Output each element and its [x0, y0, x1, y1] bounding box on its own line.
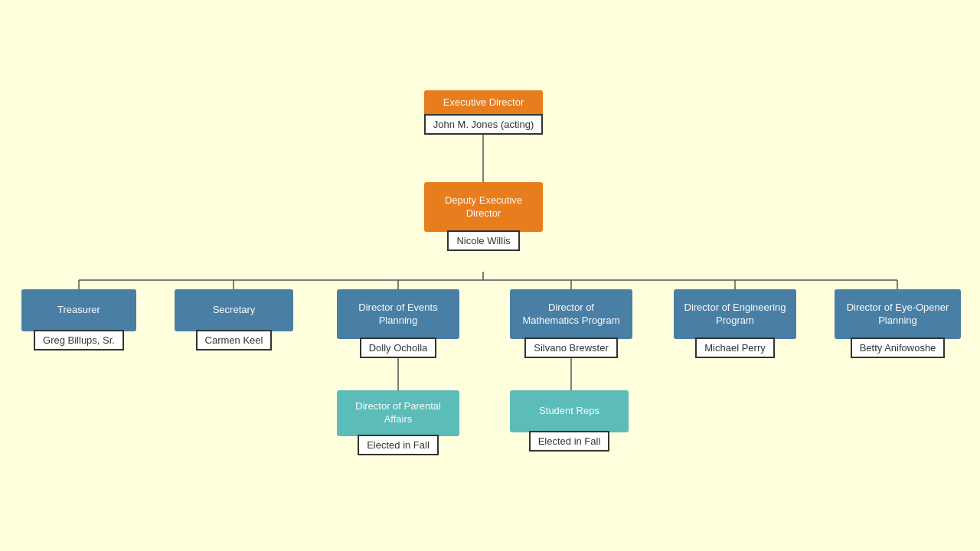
role-secretary: Secretary [175, 289, 293, 331]
node-director-parental: Director of Parental Affairs Elected in … [337, 390, 459, 455]
node-director-eye-opener: Director of Eye-Opener Planning Betty An… [835, 289, 961, 358]
name-treasurer: Greg Billups, Sr. [34, 330, 124, 350]
name-deputy-director: Nicole Willis [447, 230, 519, 251]
role-director-events: Director of Events Planning [337, 289, 459, 339]
node-executive-director: Executive Director John M. Jones (acting… [424, 90, 543, 135]
name-secretary: Carmen Keel [196, 330, 273, 350]
role-treasurer: Treasurer [21, 289, 136, 331]
role-director-mathematics: Director of Mathematics Program [510, 289, 632, 339]
node-student-reps: Student Reps Elected in Fall [510, 390, 629, 452]
node-director-mathematics: Director of Mathematics Program Silvano … [510, 289, 632, 358]
name-executive-director: John M. Jones (acting) [424, 114, 544, 135]
role-director-engineering: Director of Engineering Program [674, 289, 796, 339]
node-director-events: Director of Events Planning Dolly Ocholl… [337, 289, 459, 358]
name-director-parental: Elected in Fall [358, 435, 439, 455]
name-director-mathematics: Silvano Brewster [524, 337, 618, 358]
role-director-eye-opener: Director of Eye-Opener Planning [835, 289, 961, 339]
name-director-eye-opener: Betty Anifowoshe [851, 337, 946, 358]
node-director-engineering: Director of Engineering Program Michael … [674, 289, 796, 358]
role-executive-director: Executive Director [424, 90, 543, 116]
role-director-parental: Director of Parental Affairs [337, 390, 459, 436]
name-director-events: Dolly Ocholla [360, 337, 437, 358]
node-treasurer: Treasurer Greg Billups, Sr. [21, 289, 136, 350]
name-director-engineering: Michael Perry [695, 337, 774, 358]
node-deputy-director: Deputy Executive Director Nicole Willis [424, 182, 543, 251]
name-student-reps: Elected in Fall [529, 431, 610, 452]
connector-lines [0, 0, 980, 551]
org-chart: Executive Director John M. Jones (acting… [0, 0, 980, 551]
node-secretary: Secretary Carmen Keel [175, 289, 293, 350]
role-student-reps: Student Reps [510, 390, 629, 432]
role-deputy-director: Deputy Executive Director [424, 182, 543, 232]
